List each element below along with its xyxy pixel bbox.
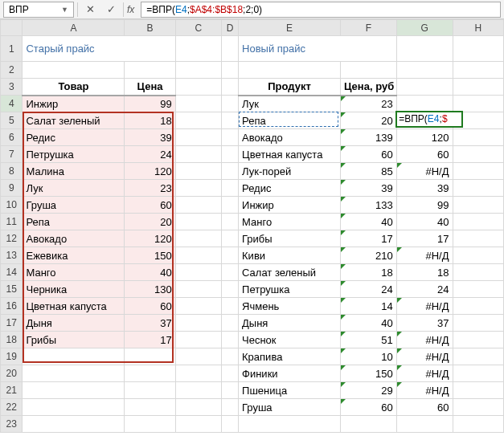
- cell[interactable]: Дыня: [23, 315, 125, 332]
- cell[interactable]: 40: [340, 315, 396, 332]
- cell[interactable]: [125, 62, 175, 79]
- cell[interactable]: [453, 281, 504, 298]
- cell[interactable]: [221, 416, 238, 433]
- cell[interactable]: 85: [340, 163, 396, 180]
- cell[interactable]: [175, 62, 221, 79]
- cell[interactable]: Редис: [23, 129, 125, 146]
- cancel-icon[interactable]: ✕: [81, 2, 99, 18]
- select-all-corner[interactable]: [1, 20, 23, 36]
- cell[interactable]: [125, 399, 175, 416]
- cell[interactable]: [175, 96, 221, 112]
- cell[interactable]: [221, 365, 238, 382]
- cell[interactable]: [23, 62, 125, 79]
- cell[interactable]: Репа: [239, 112, 341, 129]
- cell[interactable]: [221, 36, 238, 62]
- cell[interactable]: Ежевика: [23, 247, 125, 264]
- row-header[interactable]: 5: [1, 112, 23, 129]
- row-header[interactable]: 17: [1, 315, 23, 332]
- cell[interactable]: #Н/Д: [396, 298, 453, 315]
- title-right[interactable]: Новый прайс: [239, 36, 397, 62]
- row-header[interactable]: 11: [1, 214, 23, 230]
- cell[interactable]: [221, 214, 238, 230]
- cell[interactable]: 37: [396, 315, 453, 332]
- cell[interactable]: 24: [125, 146, 175, 163]
- col-header[interactable]: F: [340, 20, 396, 36]
- cell[interactable]: [175, 180, 221, 197]
- cell[interactable]: [221, 112, 238, 129]
- cell[interactable]: [175, 146, 221, 163]
- row-header[interactable]: 23: [1, 416, 23, 433]
- cell[interactable]: [221, 230, 238, 247]
- cell[interactable]: [221, 146, 238, 163]
- cell[interactable]: Пшеница: [239, 382, 341, 399]
- cell[interactable]: 99: [396, 197, 453, 214]
- cell[interactable]: #Н/Д: [396, 382, 453, 399]
- cell[interactable]: 120: [125, 163, 175, 180]
- cell[interactable]: 23: [340, 96, 396, 112]
- cell[interactable]: Ячмень: [239, 298, 341, 315]
- cell[interactable]: Цена, руб: [340, 79, 396, 96]
- cell[interactable]: [340, 62, 396, 79]
- cell[interactable]: [23, 416, 125, 433]
- cell[interactable]: Товар: [23, 79, 125, 96]
- cell[interactable]: [221, 129, 238, 146]
- cell[interactable]: [453, 36, 504, 62]
- cell[interactable]: Инжир: [23, 96, 125, 112]
- cell[interactable]: [221, 281, 238, 298]
- cell[interactable]: Манго: [23, 264, 125, 281]
- cell[interactable]: Инжир: [239, 197, 341, 214]
- cell[interactable]: [453, 96, 504, 112]
- spreadsheet-grid[interactable]: A B C D E F G H 1Старый прайсНовый прайс…: [0, 19, 504, 433]
- cell[interactable]: Цена: [125, 79, 175, 96]
- cell[interactable]: [453, 247, 504, 264]
- cell[interactable]: #Н/Д: [396, 348, 453, 365]
- cell[interactable]: 120: [396, 129, 453, 146]
- cell[interactable]: Цветная капуста: [239, 146, 341, 163]
- row-header[interactable]: 16: [1, 298, 23, 315]
- cell[interactable]: [221, 264, 238, 281]
- cell[interactable]: Салат зеленый: [23, 112, 125, 129]
- cell[interactable]: Лук: [23, 180, 125, 197]
- cell[interactable]: 120: [125, 230, 175, 247]
- cell[interactable]: 210: [340, 247, 396, 264]
- cell[interactable]: [239, 416, 341, 433]
- cell[interactable]: 29: [340, 382, 396, 399]
- cell[interactable]: [453, 365, 504, 382]
- cell[interactable]: [175, 197, 221, 214]
- cell[interactable]: [221, 96, 238, 112]
- cell[interactable]: [453, 298, 504, 315]
- cell[interactable]: [453, 129, 504, 146]
- cell[interactable]: [221, 197, 238, 214]
- row-header[interactable]: 18: [1, 332, 23, 348]
- row-header[interactable]: 3: [1, 79, 23, 96]
- cell[interactable]: [125, 416, 175, 433]
- cell[interactable]: 60: [125, 197, 175, 214]
- cell[interactable]: [23, 348, 125, 365]
- cell[interactable]: [23, 399, 125, 416]
- cell[interactable]: 133: [340, 197, 396, 214]
- row-header[interactable]: 14: [1, 264, 23, 281]
- cell[interactable]: [453, 416, 504, 433]
- cell[interactable]: [175, 214, 221, 230]
- cell[interactable]: Манго: [239, 214, 341, 230]
- row-header[interactable]: 20: [1, 365, 23, 382]
- cell[interactable]: 20: [340, 112, 396, 129]
- cell[interactable]: Лук-порей: [239, 163, 341, 180]
- cell[interactable]: [221, 62, 238, 79]
- cell[interactable]: [175, 163, 221, 180]
- cell[interactable]: [453, 180, 504, 197]
- col-header[interactable]: A: [23, 20, 125, 36]
- cell[interactable]: [453, 197, 504, 214]
- col-header[interactable]: E: [239, 20, 341, 36]
- cell[interactable]: 24: [396, 281, 453, 298]
- cell[interactable]: [453, 264, 504, 281]
- cell[interactable]: [221, 79, 238, 96]
- cell[interactable]: Редис: [239, 180, 341, 197]
- cell[interactable]: Груша: [239, 399, 341, 416]
- cell[interactable]: 60: [340, 146, 396, 163]
- col-header[interactable]: C: [175, 20, 221, 36]
- cell[interactable]: 99: [125, 96, 175, 112]
- cell[interactable]: [453, 382, 504, 399]
- cell[interactable]: 39: [125, 129, 175, 146]
- cell[interactable]: Черника: [23, 281, 125, 298]
